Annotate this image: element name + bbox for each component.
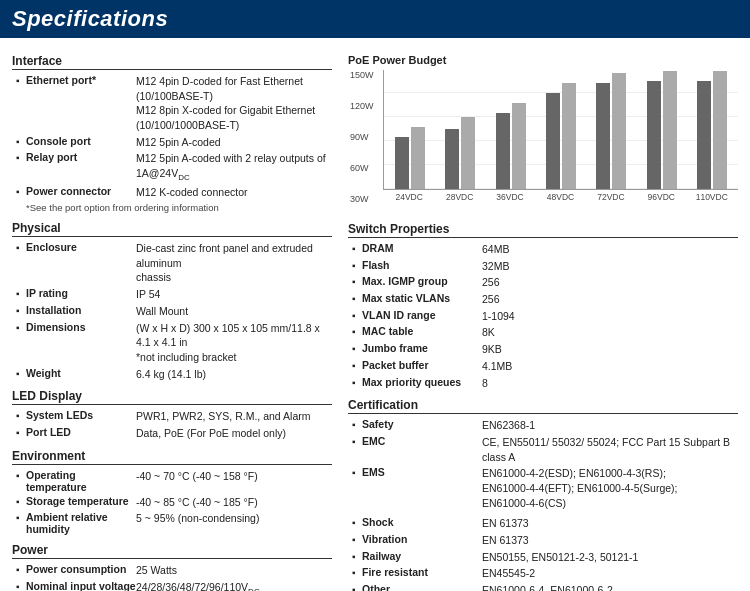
enclosure-label: Enclosure — [26, 241, 136, 253]
bar-group-24vdc — [388, 127, 432, 189]
vlan-id-row: ▪ VLAN ID range 1-1094 — [348, 309, 738, 324]
railway-value: EN50155, EN50121-2-3, 50121-1 — [482, 550, 738, 565]
power-consumption-label: Power consumption — [26, 563, 136, 575]
bullet: ▪ — [16, 581, 24, 591]
relay-port: ▪ Relay port M12 5pin A-coded with 2 rel… — [12, 151, 332, 183]
shock-row: ▪ Shock EN 61373 — [348, 516, 738, 531]
other-row: ▪ Other EN61000-6-4, EN61000-6-2 — [348, 583, 738, 591]
ip-value: IP 54 — [136, 287, 332, 302]
x-label-110vdc: 110VDC — [690, 192, 734, 202]
humidity-value: 5 ~ 95% (non-condensing) — [136, 511, 332, 526]
bullet: ▪ — [352, 551, 360, 562]
system-leds: ▪ System LEDs PWR1, PWR2, SYS, R.M., and… — [12, 409, 332, 424]
y-label-90: 90W — [350, 132, 374, 142]
page-header: Specifications — [0, 0, 750, 38]
packet-row: ▪ Packet buffer 4.1MB — [348, 359, 738, 374]
priority-value: 8 — [482, 376, 738, 391]
bullet: ▪ — [352, 567, 360, 578]
bullet: ▪ — [352, 436, 360, 447]
fire-row: ▪ Fire resistant EN45545-2 — [348, 566, 738, 581]
bar-group-48vdc — [539, 83, 583, 189]
shock-label: Shock — [362, 516, 482, 528]
flash-value: 32MB — [482, 259, 738, 274]
bar-group-96vdc — [639, 71, 683, 189]
bar-110vdc-1 — [697, 81, 711, 189]
bullet: ▪ — [16, 136, 24, 147]
x-label-72vdc: 72VDC — [589, 192, 633, 202]
vlans-value: 256 — [482, 292, 738, 307]
mac-label: MAC table — [362, 325, 482, 337]
power-consumption: ▪ Power consumption 25 Watts — [12, 563, 332, 578]
section-physical: Physical — [12, 221, 332, 237]
bar-group-36vdc — [489, 103, 533, 189]
bullet: ▪ — [16, 75, 24, 86]
power-connector-value: M12 K-coded connector — [136, 185, 332, 200]
igmp-row: ▪ Max. IGMP group 256 — [348, 275, 738, 290]
igmp-value: 256 — [482, 275, 738, 290]
bullet: ▪ — [16, 152, 24, 163]
bar-24vdc-1 — [395, 137, 409, 189]
bullet: ▪ — [352, 584, 360, 591]
bullet: ▪ — [16, 427, 24, 438]
bar-48vdc-2 — [562, 83, 576, 189]
dram-value: 64MB — [482, 242, 738, 257]
port-led-label: Port LED — [26, 426, 136, 438]
chart-y-axis: 150W 120W 90W 60W 30W — [350, 70, 374, 204]
system-leds-label: System LEDs — [26, 409, 136, 421]
mac-value: 8K — [482, 325, 738, 340]
vlans-row: ▪ Max static VLANs 256 — [348, 292, 738, 307]
ems-label: EMS — [362, 466, 482, 478]
dram-row: ▪ DRAM 64MB — [348, 242, 738, 257]
bullet: ▪ — [16, 564, 24, 575]
bar-group-28vdc — [438, 117, 482, 189]
op-temp-value: -40 ~ 70 °C (-40 ~ 158 °F) — [136, 469, 332, 484]
vibration-value: EN 61373 — [482, 533, 738, 548]
safety-value: EN62368-1 — [482, 418, 738, 433]
bar-72vdc-1 — [596, 83, 610, 189]
bar-96vdc-2 — [663, 71, 677, 189]
bar-36vdc-2 — [512, 103, 526, 189]
console-label: Console port — [26, 135, 136, 147]
emc-value: CE, EN55011/ 55032/ 55024; FCC Part 15 S… — [482, 435, 738, 464]
packet-value: 4.1MB — [482, 359, 738, 374]
igmp-label: Max. IGMP group — [362, 275, 482, 287]
mac-row: ▪ MAC table 8K — [348, 325, 738, 340]
nominal-voltage: ▪ Nominal input voltage 24/28/36/48/72/9… — [12, 580, 332, 591]
console-value: M12 5pin A-coded — [136, 135, 332, 150]
section-cert: Certification — [348, 398, 738, 414]
installation-value: Wall Mount — [136, 304, 332, 319]
interface-note: *See the port option from ordering infor… — [12, 202, 332, 213]
chart-title: PoE Power Budget — [348, 54, 738, 66]
humidity: ▪ Ambient relative humidity 5 ~ 95% (non… — [12, 511, 332, 535]
port-led-value: Data, PoE (For PoE model only) — [136, 426, 332, 441]
installation-label: Installation — [26, 304, 136, 316]
relay-label: Relay port — [26, 151, 136, 163]
chart-x-axis: 24VDC 28VDC 36VDC 48VDC 72VDC 96VDC 110V… — [383, 190, 738, 204]
bar-28vdc-1 — [445, 129, 459, 189]
nominal-voltage-label: Nominal input voltage — [26, 580, 136, 591]
jumbo-row: ▪ Jumbo frame 9KB — [348, 342, 738, 357]
priority-label: Max priority queues — [362, 376, 482, 388]
port-led: ▪ Port LED Data, PoE (For PoE model only… — [12, 426, 332, 441]
section-environment: Environment — [12, 449, 332, 465]
bar-96vdc-1 — [647, 81, 661, 189]
weight: ▪ Weight 6.4 kg (14.1 lb) — [12, 367, 332, 382]
storage-temp-value: -40 ~ 85 °C (-40 ~ 185 °F) — [136, 495, 332, 510]
bar-24vdc-2 — [411, 127, 425, 189]
enclosure: ▪ Enclosure Die-cast zinc front panel an… — [12, 241, 332, 285]
console-port: ▪ Console port M12 5pin A-coded — [12, 135, 332, 150]
jumbo-value: 9KB — [482, 342, 738, 357]
vibration-label: Vibration — [362, 533, 482, 545]
other-value: EN61000-6-4, EN61000-6-2 — [482, 583, 738, 591]
emc-row: ▪ EMC CE, EN55011/ 55032/ 55024; FCC Par… — [348, 435, 738, 464]
x-label-28vdc: 28VDC — [437, 192, 481, 202]
bullet: ▪ — [16, 410, 24, 421]
bullet: ▪ — [352, 360, 360, 371]
x-label-96vdc: 96VDC — [639, 192, 683, 202]
vibration-row: ▪ Vibration EN 61373 — [348, 533, 738, 548]
ip-rating: ▪ IP rating IP 54 — [12, 287, 332, 302]
priority-row: ▪ Max priority queues 8 — [348, 376, 738, 391]
section-power: Power — [12, 543, 332, 559]
safety-label: Safety — [362, 418, 482, 430]
fire-value: EN45545-2 — [482, 566, 738, 581]
